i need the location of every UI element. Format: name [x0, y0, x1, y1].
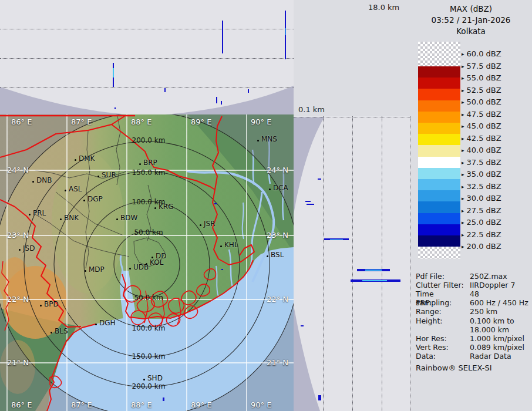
tick-arrow-icon: ▸: [462, 220, 464, 225]
reflectivity-echo: [365, 269, 382, 271]
tick-arrow-icon: ▸: [462, 136, 464, 142]
city-label-KOL: KOL: [150, 258, 163, 267]
city-dot-BRP: [139, 163, 141, 165]
city-dot-DMK: [75, 159, 76, 161]
city-label-DNB: DNB: [36, 176, 52, 184]
top-projection-panel: [0, 0, 294, 116]
city-label-MDP: MDP: [89, 265, 105, 274]
reflectivity-echo: [318, 395, 321, 400]
range-ring-label: 50.0 km: [134, 228, 163, 237]
city-label-BPD: BPD: [44, 300, 59, 308]
legend-tick-label: ▸37.5 dBZ: [462, 158, 501, 167]
metadata-value: 250 km: [470, 307, 497, 316]
city-dot-JSR: [200, 224, 201, 226]
product-title-block: MAX (dBZ) 03:52 / 21-Jan-2026 Kolkata: [411, 4, 531, 37]
metadata-label: [416, 325, 470, 334]
metadata-label: PRF:: [416, 298, 470, 307]
legend-band: [418, 190, 460, 202]
height-gridline: [352, 116, 353, 411]
reflectivity-echo: [222, 21, 223, 53]
color-scale-bar: [418, 42, 460, 259]
tick-arrow-icon: ▸: [462, 171, 464, 177]
range-ring-label: 200.0 km: [132, 136, 166, 144]
height-gridline: [0, 58, 294, 59]
longitude-label-bottom: 86° E: [11, 400, 32, 409]
tick-arrow-icon: ▸: [462, 123, 464, 129]
tick-arrow-icon: ▸: [462, 75, 464, 81]
city-dot-BNK: [60, 218, 62, 220]
metadata-value: 18.000 km: [470, 325, 509, 334]
city-dot-JSD: [19, 249, 21, 251]
height-gridline: [0, 29, 294, 29]
city-label-BLS: BLS: [55, 327, 68, 335]
city-dot-MDP: [85, 270, 86, 272]
city-label-SHD: SHD: [147, 374, 163, 382]
tick-arrow-icon: ▸: [462, 160, 464, 166]
latitude-label-right: 24° N: [267, 166, 288, 174]
metadata-value: 1.000 km/pixel: [470, 334, 524, 343]
legend-tick-label: ▸27.5 dBZ: [462, 206, 501, 215]
legend-tick-label: ▸40.0 dBZ: [462, 146, 501, 154]
latitude-label-left: 24° N: [7, 166, 29, 174]
city-dot-BPD: [40, 305, 42, 306]
tick-arrow-icon: ▸: [462, 87, 464, 93]
reflectivity-echo: [164, 88, 166, 92]
legend-band: [418, 145, 460, 157]
longitude-label-bottom: 89° E: [191, 400, 211, 409]
radar-display: 18.0 km 0.1 km: [0, 0, 532, 411]
longitude-label-bottom: 90° E: [251, 400, 271, 409]
longitude-label-bottom: 88° E: [131, 400, 151, 409]
range-ring-label: 200.0 km: [132, 382, 166, 390]
legend-band: [418, 78, 460, 89]
legend-band: [418, 89, 460, 100]
reflectivity-echo: [362, 280, 387, 281]
city-label-UDB: UDB: [133, 263, 149, 271]
city-dot-UDB: [129, 268, 131, 269]
city-dot-BLS: [50, 332, 52, 333]
city-dot-DCA: [269, 188, 271, 190]
metadata-row: Vert Res:0.089 km/pixel: [416, 343, 531, 352]
city-dot-KRG: [154, 207, 156, 209]
longitude-label-top: 89° E: [191, 117, 211, 126]
legend-band: [418, 66, 460, 78]
tick-arrow-icon: ▸: [462, 99, 464, 105]
tick-arrow-icon: ▸: [462, 244, 464, 250]
radar-map: DMKBRPSURDNBASLDGPMNSDCAPRLBNKBDWKRGJSRK…: [0, 114, 294, 411]
height-gridline: [382, 116, 382, 411]
tick-arrow-icon: ▸: [462, 147, 464, 153]
software-brand: Rainbow® SELEX-SI: [416, 363, 492, 372]
legend-tick-label: ▸42.5 dBZ: [462, 134, 501, 143]
city-label-DCA: DCA: [273, 184, 288, 192]
city-dot-SUR: [97, 176, 99, 177]
city-label-BSL: BSL: [271, 251, 284, 259]
city-dot-PRL: [29, 214, 31, 215]
range-ring-label: 150.0 km: [132, 352, 166, 361]
metadata-label: Height:: [416, 316, 470, 325]
reflectivity-echo: [248, 89, 249, 93]
legend-tick-label: ▸55.0 dBZ: [462, 73, 501, 82]
city-dot-KHL: [220, 245, 222, 247]
latitude-label-right: 21° N: [267, 358, 288, 367]
height-gridline: [323, 116, 324, 411]
range-ring-label: 150.0 km: [132, 169, 166, 177]
legend-tick-label: ▸47.5 dBZ: [462, 110, 501, 119]
city-label-DGP: DGP: [87, 195, 103, 203]
tick-arrow-icon: ▸: [462, 208, 464, 214]
legend-band: [418, 179, 460, 191]
panel-edge-line: [294, 117, 411, 117]
metadata-value: 0.100 km to: [470, 316, 514, 325]
height-gridline: [410, 116, 410, 411]
city-label-BDW: BDW: [120, 214, 137, 222]
legend-band: [418, 224, 460, 236]
metadata-value: 250Z.max: [470, 272, 507, 281]
legend-tick-label: ▸20.0 dBZ: [462, 242, 501, 251]
metadata-row: 18.000 km: [416, 325, 531, 334]
city-dot-ASL: [65, 190, 66, 191]
city-label-BRP: BRP: [143, 159, 157, 167]
tick-arrow-icon: ▸: [462, 232, 464, 238]
reflectivity-echo: [305, 201, 311, 202]
station-name: Kolkata: [411, 26, 531, 37]
legend-tick-label: ▸30.0 dBZ: [462, 194, 501, 203]
reflectivity-echo: [318, 178, 321, 180]
metadata-label: Data:: [416, 352, 470, 361]
